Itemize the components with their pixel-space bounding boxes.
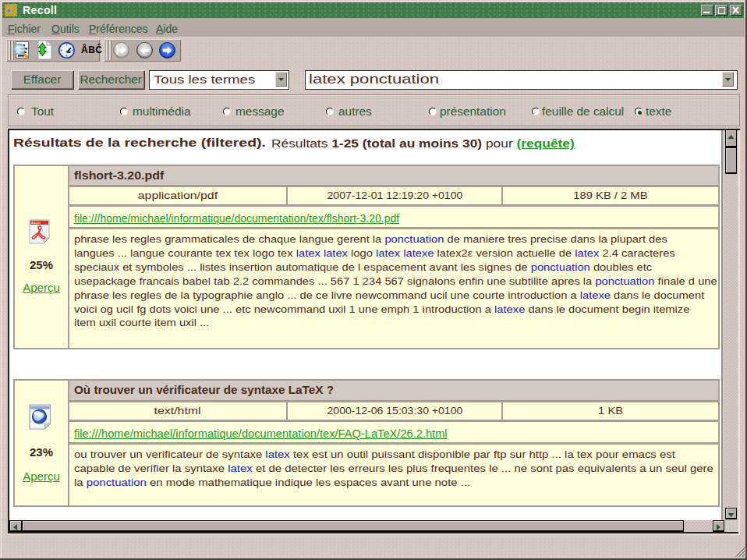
svg-text:Adobe: Adobe xyxy=(31,221,41,225)
